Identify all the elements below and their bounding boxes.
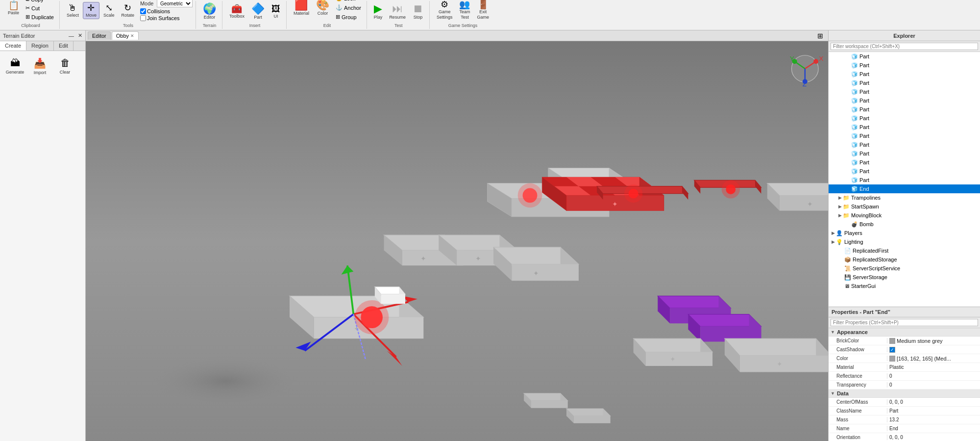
item-icon: 💾	[844, 274, 851, 281]
material-button[interactable]: 🟥 Material	[291, 0, 312, 17]
explorer-item[interactable]: 🧊Part	[829, 70, 980, 78]
copy-button[interactable]: ⧉ Copy	[23, 0, 56, 3]
terrain-tab-edit[interactable]: Edit	[54, 41, 74, 51]
exit-game-button[interactable]: 🚪 Exit Game	[474, 0, 492, 21]
prop-row: Mass13.2	[829, 415, 980, 424]
select-button[interactable]: 🖱 Select	[64, 2, 82, 19]
prop-section-header[interactable]: ▼Data	[829, 389, 980, 398]
team-test-line2: Test	[461, 15, 469, 20]
expand-arrow-icon[interactable]: ▶	[832, 231, 835, 235]
stop-button[interactable]: ⏹ Stop	[410, 2, 426, 21]
explorer-item[interactable]: 🧊Part	[829, 167, 980, 176]
color-button[interactable]: 🎨 Color	[313, 0, 332, 17]
prop-checkbox[interactable]: ✓	[889, 347, 895, 353]
import-label: Import	[34, 70, 47, 75]
explorer-item[interactable]: 🧊Part	[829, 78, 980, 87]
explorer-item[interactable]: 🧊Part	[829, 131, 980, 140]
terrain-editor-button[interactable]: 🌍 Editor	[200, 2, 219, 21]
move-button[interactable]: ✛ Move	[83, 2, 99, 19]
expand-arrow-icon[interactable]: ▶	[838, 213, 842, 218]
explorer-item[interactable]: 🧊Part	[829, 140, 980, 149]
expand-arrow-icon[interactable]: ▶	[832, 239, 835, 244]
explorer-item[interactable]: 🧊Part	[829, 87, 980, 96]
scale-button[interactable]: ⤡ Scale	[100, 2, 118, 19]
svg-marker-75	[381, 294, 405, 304]
anchor-button[interactable]: ⚓ Anchor	[333, 3, 364, 12]
editor-tab-label: Editor	[92, 33, 106, 39]
item-name: Part	[859, 80, 869, 86]
lock-button[interactable]: 🔒 Lock	[333, 0, 364, 2]
item-icon: 📁	[843, 195, 850, 201]
toolbox-button[interactable]: 🧰 Toolbox	[226, 3, 247, 20]
explorer-item[interactable]: 💾ServerStorage	[829, 273, 980, 282]
terrain-tab-create[interactable]: Create	[0, 41, 26, 51]
team-test-button[interactable]: 👥 Team Test	[456, 0, 473, 21]
viewport-expand-button[interactable]: ⊞	[814, 31, 826, 41]
expand-arrow-icon[interactable]: ▶	[838, 195, 842, 200]
explorer-item[interactable]: ▶📁StartSpawn	[829, 202, 980, 211]
paste-button[interactable]: 📋 Paste	[5, 0, 22, 17]
join-surfaces-checkbox[interactable]	[140, 15, 146, 21]
terrain-editor-minimize[interactable]: —	[69, 33, 74, 39]
viewport[interactable]: Editor Obby ✕ ⊞	[86, 30, 828, 441]
prop-value[interactable]: ✓	[887, 347, 980, 353]
expand-arrow-icon[interactable]: ▶	[838, 204, 842, 209]
copy-label: Copy	[31, 0, 44, 2]
cut-button[interactable]: ✂ Cut	[23, 4, 56, 12]
rotate-button[interactable]: ↻ Rotate	[118, 2, 137, 19]
explorer-item[interactable]: 🧊Part	[829, 123, 980, 131]
item-icon: 🖥	[844, 283, 850, 289]
prop-section-header[interactable]: ▼Appearance	[829, 328, 980, 337]
resume-button[interactable]: ⏭ Resume	[386, 2, 409, 21]
game-settings-button[interactable]: ⚙ Game Settings	[434, 0, 456, 21]
explorer-item[interactable]: 🧊End	[829, 184, 980, 193]
explorer-item[interactable]: 📄ReplicatedFirst	[829, 246, 980, 255]
group-button[interactable]: ⊞ Group	[333, 13, 364, 21]
terrain-generate-tool[interactable]: 🏔 Generate	[4, 55, 26, 78]
explorer-filter-input[interactable]	[831, 43, 978, 50]
explorer-item[interactable]: 💣Bomb	[829, 220, 980, 229]
explorer-item[interactable]: ▶👤Players	[829, 229, 980, 237]
explorer-item[interactable]: 📦ReplicatedStorage	[829, 255, 980, 264]
material-icon: 🟥	[294, 0, 308, 10]
terrain-clear-tool[interactable]: 🗑 Clear	[54, 55, 76, 78]
clipboard-group: 📋 Paste ⧉ Copy ✂ Cut ⊞ Duplicate Clipboa…	[2, 1, 60, 29]
properties-filter-input[interactable]	[831, 319, 978, 326]
terrain-editor-close[interactable]: ✕	[78, 32, 82, 39]
explorer-item[interactable]: 🧊Part	[829, 96, 980, 105]
insert-label: Insert	[249, 23, 261, 28]
explorer-item[interactable]: 🧊Part	[829, 158, 980, 167]
collisions-checkbox[interactable]	[140, 8, 146, 14]
scale-label: Scale	[103, 13, 115, 18]
exit-game-icon: 🚪	[478, 0, 489, 9]
viewport-tab-obby[interactable]: Obby ✕	[112, 31, 139, 40]
obby-tab-close[interactable]: ✕	[130, 33, 134, 38]
explorer-item[interactable]: 📜ServerScriptService	[829, 264, 980, 273]
ui-button[interactable]: 🖼 UI	[269, 3, 283, 20]
terrain-tab-region[interactable]: Region	[26, 41, 54, 51]
item-icon: 📁	[843, 204, 850, 210]
explorer-item[interactable]: ▶💡Lighting	[829, 237, 980, 246]
explorer-item[interactable]: 🧊Part	[829, 52, 980, 61]
item-icon: 🧊	[851, 186, 858, 192]
test-row: ▶ Play ⏭ Resume ⏹ Stop	[371, 2, 426, 21]
prop-row: Reflectance0	[829, 372, 980, 381]
duplicate-button[interactable]: ⊞ Duplicate	[23, 13, 56, 21]
svg-text:Y: Y	[790, 55, 794, 62]
explorer-item[interactable]: ▶📁Trampolines	[829, 193, 980, 202]
explorer-item[interactable]: 🧊Part	[829, 61, 980, 70]
mode-select[interactable]: Geometric	[157, 0, 193, 7]
clear-label: Clear	[60, 70, 71, 75]
explorer-item[interactable]: ▶📁MovingBlock	[829, 211, 980, 220]
terrain-label: Terrain	[203, 23, 217, 28]
explorer-item[interactable]: 🧊Part	[829, 105, 980, 114]
explorer-item[interactable]: 🧊Part	[829, 176, 980, 184]
viewport-tab-editor[interactable]: Editor	[88, 31, 111, 40]
explorer-item[interactable]: 🧊Part	[829, 114, 980, 123]
explorer-item[interactable]: 🖥StarterGui	[829, 282, 980, 290]
explorer-item[interactable]: 🧊Part	[829, 149, 980, 158]
part-button[interactable]: 🔷 Part	[248, 2, 268, 21]
prop-name: Mass	[829, 417, 887, 422]
terrain-import-tool[interactable]: 📥 Import	[29, 55, 51, 78]
play-button[interactable]: ▶ Play	[371, 2, 386, 21]
